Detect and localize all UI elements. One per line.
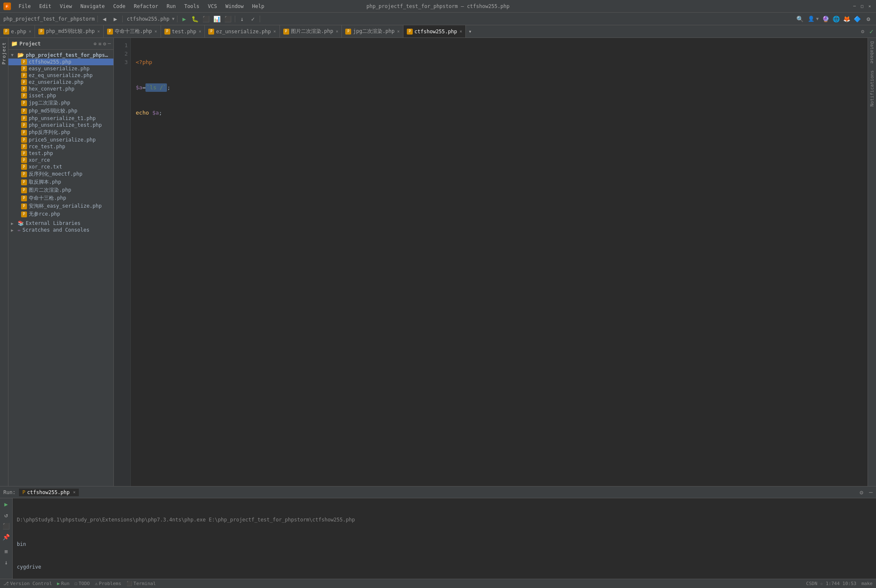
panel-close-icon[interactable]: ─ — [108, 41, 111, 47]
file-reverse-serialize-moectf[interactable]: P 反序列化_moectf.php — [8, 170, 113, 178]
file-hex-convert[interactable]: P hex_convert.php — [8, 86, 113, 92]
maximize-button[interactable]: □ — [859, 3, 865, 9]
file-anxunbei-easy-serialize[interactable]: P 安洵杯_easy_serialize.php — [8, 202, 113, 210]
vcs-commit-button[interactable]: ✓ — [249, 15, 257, 23]
tab-e-php[interactable]: P e.php × — [0, 25, 35, 37]
make-label[interactable]: make — [862, 581, 873, 586]
tab-close[interactable]: × — [199, 29, 201, 34]
run-button[interactable]: ▶ — [180, 15, 188, 23]
file-isset[interactable]: P isset.php — [8, 92, 113, 99]
code-editor[interactable]: <?php $a=`ls /`; echo $a; — [131, 38, 868, 486]
panel-sync-icon[interactable]: ⊕ — [94, 41, 97, 47]
phpstorm-icon[interactable]: 🔮 — [822, 16, 829, 22]
project-sidebar-label[interactable]: Project — [1, 42, 7, 64]
stop-button[interactable]: ⬛ — [224, 15, 232, 23]
run-output[interactable]: D:\phpStudy8.1\phpstudy_pro\Extensions\p… — [13, 498, 876, 579]
file-php-unserialize[interactable]: P php反序列化.php — [8, 128, 113, 136]
file-jpg-render[interactable]: P jpg二次渲染.php — [8, 99, 113, 107]
menu-refactor[interactable]: Refactor — [129, 2, 162, 11]
file-easy-unserialize[interactable]: P easy_unserialize.php — [8, 65, 113, 72]
tab-settings-icon[interactable]: ⚙ — [861, 28, 865, 35]
todo-label[interactable]: ☐ TODO — [75, 581, 90, 586]
coverage-button[interactable]: ⬛ — [202, 15, 210, 23]
tab-close[interactable]: × — [273, 29, 276, 34]
tab-close[interactable]: × — [97, 29, 100, 34]
menu-navigate[interactable]: Navigate — [76, 2, 109, 11]
menu-help[interactable]: Help — [248, 2, 269, 11]
menu-window[interactable]: Window — [221, 2, 248, 11]
file-ez-unserialize[interactable]: P ez_unserialize.php — [8, 79, 113, 86]
tab-image-render[interactable]: P 图片二次渲染.php × — [280, 25, 342, 37]
edge-icon[interactable]: 🔷 — [854, 16, 861, 22]
menu-view[interactable]: View — [56, 2, 76, 11]
tab-close[interactable]: × — [459, 29, 462, 34]
close-button[interactable]: ✕ — [867, 3, 873, 9]
terminal-label[interactable]: ⬛ Terminal — [126, 581, 156, 586]
file-php-unserialize-t1[interactable]: P php_unserialize_t1.php — [8, 115, 113, 122]
file-rce-test[interactable]: P rce_test.php — [8, 143, 113, 150]
run-status-label[interactable]: ▶ Run — [57, 581, 70, 586]
tab-test[interactable]: P test.php × — [161, 25, 205, 37]
run-tab-close[interactable]: × — [73, 490, 75, 494]
problems-label[interactable]: ⚠ Problems — [95, 581, 121, 586]
run-config-dropdown[interactable]: ▼ — [172, 16, 175, 21]
file-duoming-shisan-qiang[interactable]: P 夺命十三枪.php — [8, 194, 113, 202]
file-ez-eq-unserialize[interactable]: P ez_eq_unserialize.php — [8, 72, 113, 79]
user-dropdown-icon[interactable]: ▼ — [816, 16, 819, 21]
run-settings-icon[interactable]: ≡ — [2, 547, 11, 556]
run-scroll-down-icon[interactable]: ↓ — [2, 558, 11, 567]
run-play-icon[interactable]: ▶ — [2, 500, 11, 508]
tab-close[interactable]: × — [336, 29, 338, 34]
menu-run[interactable]: Run — [162, 2, 180, 11]
firefox-icon[interactable]: 🦊 — [843, 16, 850, 22]
file-wucan-rce[interactable]: P 无参rce.php — [8, 210, 113, 218]
run-tab-ctfshow255[interactable]: P ctfshow255.php × — [19, 489, 79, 496]
file-ctfshow255[interactable]: P ctfshow255.php — [8, 59, 113, 65]
menu-code[interactable]: Code — [109, 2, 130, 11]
user-icon[interactable]: 👤 — [808, 16, 814, 22]
vcs-update-button[interactable]: ↓ — [238, 15, 246, 23]
tab-ctfshow255[interactable]: P ctfshow255.php × — [403, 25, 466, 37]
run-pin-icon[interactable]: 📌 — [2, 533, 11, 541]
tab-duoming[interactable]: P 夺命十三枪.php × — [104, 25, 161, 37]
panel-collapse-icon[interactable]: ≡ — [98, 41, 101, 47]
root-folder-item[interactable]: ▼ 📂 php_projectf_test_for_phpstorm — [8, 51, 113, 59]
notifications-label[interactable]: Notifications — [869, 67, 875, 110]
external-libraries-item[interactable]: ▶ 📚 External Libraries — [8, 220, 113, 227]
run-stop-icon[interactable]: ⬛ — [2, 522, 11, 530]
database-label[interactable]: Database — [869, 38, 875, 67]
file-image-render[interactable]: P 图片二次渲染.php — [8, 186, 113, 194]
menu-tools[interactable]: Tools — [180, 2, 204, 11]
tab-close[interactable]: × — [29, 29, 31, 34]
file-php-md5[interactable]: P php_md5弱比较.php — [8, 107, 113, 115]
file-xor-rce[interactable]: P xor_rce — [8, 157, 113, 163]
file-test[interactable]: P test.php — [8, 150, 113, 157]
menu-edit[interactable]: Edit — [35, 2, 56, 11]
scratches-consoles-item[interactable]: ▶ ✏ Scratches and Consoles — [8, 227, 113, 233]
tab-jpg-render[interactable]: P jpg二次渲染.php × — [342, 25, 403, 37]
tab-overflow-btn[interactable]: ▾ — [466, 25, 474, 37]
file-xor-rce-txt[interactable]: P xor_rce.txt — [8, 163, 113, 170]
version-control-label[interactable]: ⎇ Version Control — [3, 581, 52, 586]
menu-file[interactable]: File — [14, 2, 35, 11]
nav-forward-icon[interactable]: ▶ — [111, 15, 120, 23]
tab-md5[interactable]: P php_md5弱比较.php × — [35, 25, 104, 37]
file-php-unserialize-test[interactable]: P php_unserialize_test.php — [8, 122, 113, 128]
tab-ez-unserialize[interactable]: P ez_unserialize.php × — [205, 25, 279, 37]
gear-icon-run[interactable]: ⚙ — [860, 489, 863, 496]
chrome-icon[interactable]: 🌐 — [833, 16, 840, 22]
profile-button[interactable]: 📊 — [213, 15, 221, 23]
file-price5-unserialize[interactable]: P price5_unserialize.php — [8, 136, 113, 143]
tab-close[interactable]: × — [397, 29, 400, 34]
settings-icon[interactable]: ⚙ — [864, 15, 873, 23]
minus-icon-run[interactable]: ─ — [869, 489, 873, 496]
run-rerun-icon[interactable]: ↺ — [2, 511, 11, 519]
file-qufan-script[interactable]: P 取反脚本.php — [8, 178, 113, 186]
search-icon[interactable]: 🔍 — [796, 15, 804, 23]
minimize-button[interactable]: ─ — [852, 3, 857, 9]
menu-vcs[interactable]: VCS — [204, 2, 221, 11]
panel-gear-icon[interactable]: ⚙ — [103, 41, 106, 47]
nav-back-icon[interactable]: ◀ — [100, 15, 109, 23]
debug-button[interactable]: 🐛 — [191, 15, 199, 23]
tab-close[interactable]: × — [155, 29, 157, 34]
